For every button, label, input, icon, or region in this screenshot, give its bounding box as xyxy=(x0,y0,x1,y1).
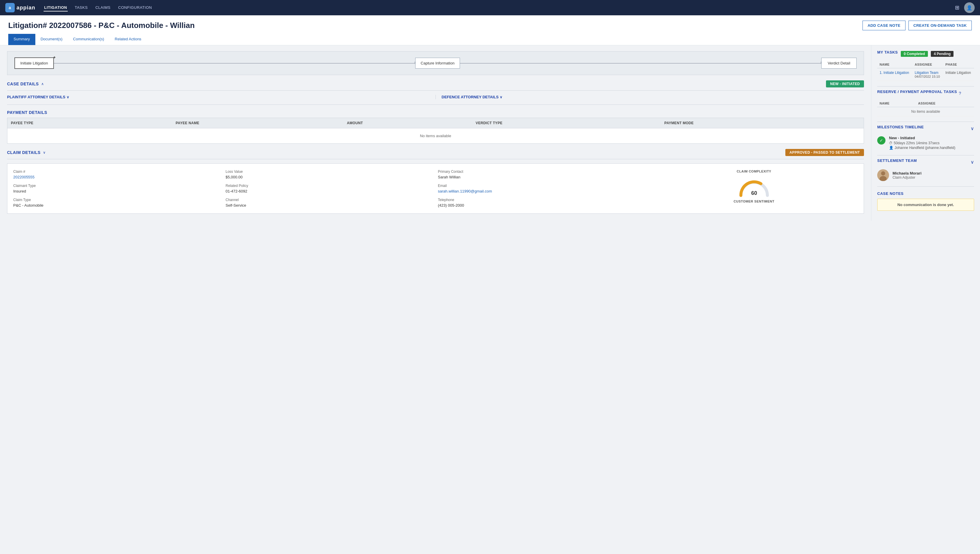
nav-right: ⊞ 👤 xyxy=(955,2,975,13)
col-task-name: NAME xyxy=(877,61,912,68)
case-status-badge: NEW - INITIATED xyxy=(826,80,864,88)
related-policy-field: Related Policy 01-472-6092 xyxy=(226,184,433,193)
settlement-chevron[interactable]: ∨ xyxy=(970,159,974,165)
page-title: Litigation# 2022007586 - P&C - Automobil… xyxy=(8,21,194,30)
milestones-chevron[interactable]: ∨ xyxy=(970,126,974,131)
case-details-chevron[interactable]: ∧ xyxy=(41,82,44,86)
plaintiff-attorney-title[interactable]: PLAINTIFF ATTORNEY DETAILS ∨ xyxy=(7,95,430,99)
claim-details-chevron[interactable]: ∨ xyxy=(43,150,46,154)
claimant-type-field: Claimant Type Insured xyxy=(13,184,221,193)
payment-table: PAYEE TYPE PAYEE NAME AMOUNT VERDICT TYP… xyxy=(7,118,864,143)
reserve-tasks-section: RESERVE / PAYMENT APPROVAL TASKS ? NAME … xyxy=(877,89,974,116)
claim-complexity-col: CLAIM COMPLEXITY 60 CUSTOMER SENTIMENT xyxy=(650,170,858,207)
avatar-image xyxy=(877,169,889,181)
col-payee-name: PAYEE NAME xyxy=(172,118,343,128)
col-verdict-type: VERDICT TYPE xyxy=(472,118,661,128)
claim-details-header: CLAIM DETAILS ∨ xyxy=(7,150,46,155)
related-policy-label: Related Policy xyxy=(226,184,433,188)
my-tasks-header: MY TASKS 0 Completed 4 Pending xyxy=(877,50,974,57)
payment-details-header: PAYMENT DETAILS xyxy=(7,110,864,115)
process-flow: ✦ Initiate Litigation Capture Informatio… xyxy=(7,51,864,75)
loss-value-field: Loss Value $5,000.00 xyxy=(226,170,433,179)
flow-step-initiate[interactable]: ✦ Initiate Litigation xyxy=(14,57,54,69)
task-assignee-cell: Litigation Team 04/07/2022 15:10 xyxy=(912,68,943,81)
grid-icon[interactable]: ⊞ xyxy=(955,5,959,11)
claim-details-title: CLAIM DETAILS xyxy=(7,150,41,155)
flow-step-verdict-label: Verdict Detail xyxy=(828,61,851,65)
settlement-team-section: SETTLEMENT TEAM ∨ Michaela Morari Claim … xyxy=(877,158,974,181)
payment-details-title: PAYMENT DETAILS xyxy=(7,110,47,115)
loss-value-label: Loss Value xyxy=(226,170,433,174)
primary-contact-field: Primary Contact Sarah Willian xyxy=(438,170,645,179)
email-link[interactable]: sarah.willian.11990@gmail.com xyxy=(438,189,492,193)
flow-step-initiate-label: Initiate Litigation xyxy=(20,61,48,65)
task-name-cell: 1. Initiate Litigation xyxy=(877,68,912,81)
tab-related-actions[interactable]: Related Actions xyxy=(110,34,147,45)
main-content: ✦ Initiate Litigation Capture Informatio… xyxy=(0,45,980,221)
claimant-type-value: Insured xyxy=(13,189,26,193)
col-payment-mode: PAYMENT MODE xyxy=(661,118,864,128)
nav-configuration[interactable]: CONFIGURATION xyxy=(118,4,153,11)
payment-table-wrapper: PAYEE TYPE PAYEE NAME AMOUNT VERDICT TYP… xyxy=(7,118,864,144)
flow-step-verdict[interactable]: Verdict Detail xyxy=(821,58,857,68)
defence-attorney-col: DEFENCE ATTORNEY DETAILS ∨ xyxy=(435,95,864,99)
claim-status-badge: APPROVED - PASSED TO SETTLEMENT xyxy=(786,149,864,156)
svg-text:60: 60 xyxy=(751,190,757,196)
no-communication-message: No communication is done yet. xyxy=(877,199,974,211)
create-on-demand-task-button[interactable]: CREATE ON-DEMAND TASK xyxy=(908,21,972,30)
user-avatar[interactable]: 👤 xyxy=(964,2,975,13)
claim-number-link[interactable]: 2022005555 xyxy=(13,175,35,179)
page-tabs: Summary Document(s) Communication(s) Rel… xyxy=(8,34,972,45)
member-avatar xyxy=(877,169,889,181)
nav-litigation[interactable]: LITIGATION xyxy=(44,4,68,11)
claim-details-section: CLAIM DETAILS ∨ APPROVED - PASSED TO SET… xyxy=(7,149,864,214)
defence-attorney-title[interactable]: DEFENCE ATTORNEY DETAILS ∨ xyxy=(442,95,864,99)
claim-fields-col3: Primary Contact Sarah Willian Email sara… xyxy=(438,170,645,207)
primary-contact-label: Primary Contact xyxy=(438,170,645,174)
settlement-team-title: SETTLEMENT TEAM xyxy=(877,158,917,163)
page-header: Litigation# 2022007586 - P&C - Automobil… xyxy=(0,15,980,45)
add-case-note-button[interactable]: ADD CASE NOTE xyxy=(862,21,905,30)
channel-value: Self-Service xyxy=(226,203,246,207)
telephone-label: Telephone xyxy=(438,198,645,202)
email-label: Email xyxy=(438,184,645,188)
claimant-type-label: Claimant Type xyxy=(13,184,221,188)
plaintiff-chevron: ∨ xyxy=(67,95,69,99)
app-logo[interactable]: a appian xyxy=(5,3,35,12)
nav-tasks[interactable]: TASKS xyxy=(74,4,88,11)
defence-chevron: ∨ xyxy=(500,95,502,99)
header-buttons: ADD CASE NOTE CREATE ON-DEMAND TASK xyxy=(862,21,972,30)
claim-fields-col2: Loss Value $5,000.00 Related Policy 01-4… xyxy=(226,170,433,207)
tab-summary[interactable]: Summary xyxy=(8,34,35,45)
milestone-name: New - Initiated xyxy=(889,136,974,140)
milestone-user: 👤 Johanne Handfield (johanne.handfield) xyxy=(889,146,974,150)
col-payee-type: PAYEE TYPE xyxy=(7,118,172,128)
milestone-time: ⏱ 50days 22hrs 14mins 37secs xyxy=(889,141,974,145)
flow-step-capture-label: Capture Information xyxy=(421,61,455,65)
left-panel: ✦ Initiate Litigation Capture Informatio… xyxy=(0,45,871,221)
case-notes-section: CASE NOTES No communication is done yet. xyxy=(877,191,974,211)
claim-details-row: CLAIM DETAILS ∨ APPROVED - PASSED TO SET… xyxy=(7,149,864,159)
logo-icon: a xyxy=(5,3,15,12)
pending-badge: 4 Pending xyxy=(931,51,953,57)
member-role: Claim Adjuster xyxy=(892,175,921,180)
help-icon[interactable]: ? xyxy=(959,91,961,96)
tab-documents[interactable]: Document(s) xyxy=(35,34,68,45)
claim-number-field: Claim # 2022005555 xyxy=(13,170,221,179)
table-row: 1. Initiate Litigation Litigation Team 0… xyxy=(877,68,974,81)
channel-label: Channel xyxy=(226,198,433,202)
tab-communications[interactable]: Communication(s) xyxy=(68,34,109,45)
task-name-link[interactable]: 1. Initiate Litigation xyxy=(880,71,909,75)
settlement-member: Michaela Morari Claim Adjuster xyxy=(877,169,974,181)
primary-contact-value: Sarah Willian xyxy=(438,175,461,179)
nav-claims[interactable]: CLAIMS xyxy=(95,4,111,11)
attorney-section: PLAINTIFF ATTORNEY DETAILS ∨ DEFENCE ATT… xyxy=(7,95,864,105)
person-icon: 👤 xyxy=(889,146,894,150)
col-task-assignee: ASSIGNEE xyxy=(912,61,943,68)
svg-point-2 xyxy=(881,171,885,175)
member-details: Michaela Morari Claim Adjuster xyxy=(892,171,921,180)
flow-step-capture[interactable]: Capture Information xyxy=(415,58,460,68)
task-phase-cell: Initiate Litigation xyxy=(943,68,974,81)
page-title-row: Litigation# 2022007586 - P&C - Automobil… xyxy=(8,21,972,30)
plaintiff-attorney-col: PLAINTIFF ATTORNEY DETAILS ∨ xyxy=(7,95,435,99)
